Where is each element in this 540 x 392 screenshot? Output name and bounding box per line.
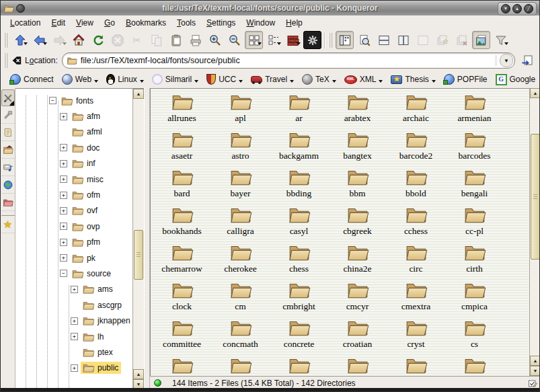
location-input[interactable] (81, 56, 493, 65)
folder-item[interactable]: archaic (387, 91, 445, 129)
bookmark-item[interactable]: Silmaril (148, 73, 202, 86)
sidebar-tab-red-folder[interactable] (1, 194, 15, 211)
main-scrollbar[interactable]: ▲ ▲ ▼ (529, 88, 540, 376)
folder-item[interactable]: chemarrow (153, 242, 211, 280)
close-button[interactable]: ╱ (524, 4, 533, 13)
konqueror-gear-button[interactable] (303, 31, 321, 49)
folder-item[interactable]: cchess (387, 204, 445, 242)
tree-expander[interactable] (60, 192, 67, 199)
maximize-button[interactable]: ▲ (512, 4, 522, 13)
tree-expander[interactable] (60, 113, 67, 120)
image-preview-button[interactable] (472, 31, 490, 49)
bookmark-item[interactable]: ★ Thesis (387, 73, 439, 86)
split-view-top-bottom-button[interactable] (375, 31, 393, 49)
tree-item-body[interactable]: misc (70, 173, 106, 186)
bookmark-item[interactable]: XML XML (340, 73, 387, 86)
tree-expander[interactable] (60, 254, 67, 262)
go-button[interactable] (519, 52, 535, 69)
remove-active-view-button[interactable] (414, 31, 432, 49)
tree-expander[interactable] (71, 286, 78, 293)
tree-item[interactable]: ofm (15, 187, 132, 202)
tree-item[interactable]: fonts (15, 93, 132, 108)
detailed-list-view-button[interactable] (264, 31, 282, 49)
sidebar-tab-home-folder[interactable] (1, 141, 15, 159)
folder-item[interactable]: bbold (387, 167, 445, 204)
folder-item[interactable]: cbgreek (328, 204, 387, 242)
tree-item-body[interactable]: ptex (81, 346, 116, 358)
tree-item[interactable]: lh (15, 329, 132, 344)
folder-item[interactable]: croatian (328, 317, 387, 355)
tree-item[interactable]: afm (15, 108, 132, 124)
tree-item-body[interactable]: source (70, 268, 114, 280)
folder-item[interactable] (445, 355, 504, 376)
folder-item[interactable] (153, 355, 211, 376)
tree-item[interactable]: ascgrp (15, 297, 132, 313)
tree-expander[interactable] (60, 160, 67, 167)
scrollbar-thumb[interactable] (531, 134, 540, 260)
close-tab-button[interactable] (453, 31, 471, 49)
bookmark-item[interactable]: Linux (102, 73, 148, 86)
scroll-up-button[interactable]: ▲ (530, 356, 540, 366)
folder-item[interactable]: barcode2 (387, 129, 445, 167)
minimize-button[interactable]: ▼ (501, 4, 510, 13)
menu-item[interactable]: Help (280, 17, 308, 29)
find-file-button[interactable] (355, 31, 373, 49)
cut-button[interactable]: ✂ (128, 31, 146, 49)
folder-item[interactable]: casyl (270, 204, 328, 242)
tree-item-body[interactable]: public (81, 362, 121, 374)
copy-button[interactable] (147, 31, 165, 49)
stop-button[interactable] (108, 31, 126, 49)
split-view-left-right-button[interactable] (394, 31, 412, 49)
status-checkmark-icon[interactable] (527, 378, 538, 389)
tree-expander[interactable] (71, 333, 78, 340)
title-bar[interactable]: file:/usr/TeX/texmf-local/fonts/source/p… (1, 1, 539, 16)
tree-item[interactable]: inf (15, 156, 132, 171)
folder-item[interactable]: cc-pl (445, 204, 504, 242)
tree-item-body[interactable]: ovp (70, 221, 102, 233)
tree-item-body[interactable]: inf (70, 157, 98, 169)
menu-item[interactable]: Edit (46, 17, 71, 29)
up-button[interactable] (11, 31, 29, 49)
sidebar-tab-history[interactable] (1, 124, 15, 141)
bookmark-item[interactable]: UCC (202, 73, 247, 86)
folder-item[interactable]: ar (270, 91, 328, 129)
tree-item[interactable]: ovp (15, 219, 132, 234)
folder-item[interactable]: apl (211, 91, 270, 129)
folder-item[interactable]: cs (445, 317, 504, 355)
folder-item[interactable]: calligra (211, 204, 270, 242)
folder-item[interactable]: arabtex (328, 91, 387, 129)
panel-splitter[interactable] (144, 88, 150, 389)
tree-item-body[interactable]: fonts (59, 95, 96, 107)
tree-item-body[interactable]: afm (70, 110, 103, 122)
paste-button[interactable] (167, 31, 185, 49)
folder-item[interactable]: cirth (445, 242, 504, 280)
bookmark-item[interactable]: Travel (247, 73, 298, 86)
menu-item[interactable]: View (71, 17, 99, 29)
folder-item[interactable]: cryst (387, 317, 445, 355)
toolbar-grip[interactable] (4, 53, 8, 68)
reload-button[interactable] (89, 31, 107, 49)
folder-item[interactable]: bayer (211, 167, 270, 204)
folder-item[interactable]: barcodes (445, 129, 504, 167)
folder-item[interactable] (328, 355, 387, 376)
tree-item[interactable]: source (15, 266, 132, 281)
folder-item[interactable] (270, 355, 328, 376)
sidebar-tab-services[interactable] (1, 159, 15, 176)
scroll-up-button[interactable]: ▲ (133, 369, 144, 379)
folder-item[interactable]: cm (211, 280, 270, 317)
tree-item[interactable]: ovf (15, 203, 132, 219)
tree-expander[interactable] (60, 207, 67, 214)
folder-item[interactable]: cmextra (387, 280, 445, 317)
tree-item[interactable]: pfm (15, 235, 132, 250)
folder-item[interactable] (387, 355, 445, 376)
folder-item[interactable]: china2e (328, 242, 387, 280)
folder-item[interactable]: cmcyr (328, 280, 387, 317)
zoom-in-button[interactable] (206, 31, 224, 49)
tree-item-body[interactable]: ovf (70, 204, 100, 217)
tree-item-body[interactable]: ascgrp (81, 299, 124, 311)
tree-expander[interactable] (71, 317, 78, 325)
tree-item-body[interactable]: pfm (70, 236, 103, 248)
menu-item[interactable]: Bookmarks (120, 17, 171, 29)
sidebar-configure-button[interactable] (1, 89, 15, 106)
tree-item-body[interactable]: ams (81, 283, 116, 295)
